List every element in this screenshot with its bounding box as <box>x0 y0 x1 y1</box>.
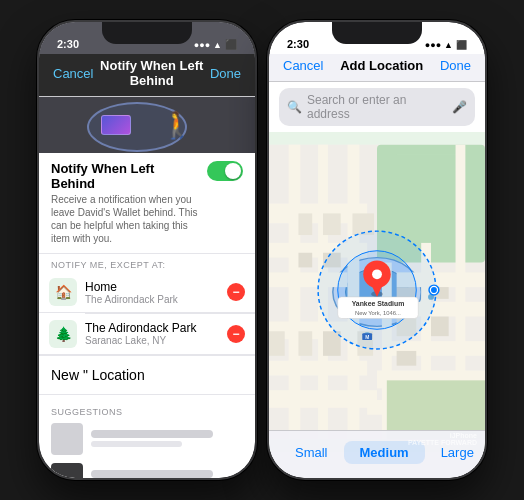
watermark: iJPhone PAYETTE FORWARD <box>408 432 477 446</box>
notify-toggle[interactable] <box>207 161 243 181</box>
right-screen: 2:30 ●●● ▲ ⬛ Cancel Add Location Done 🔍 … <box>269 22 485 478</box>
mic-icon[interactable]: 🎤 <box>452 100 467 114</box>
notify-row: Notify When Left Behind Receive a notifi… <box>39 153 255 254</box>
right-status-icons: ●●● ▲ ⬛ <box>425 40 467 50</box>
notify-title: Notify When Left Behind <box>51 161 199 191</box>
suggestions-label: SUGGESTIONS <box>39 401 255 419</box>
suggestion-item-2 <box>39 459 255 479</box>
suggestion-thumb-1 <box>51 423 83 455</box>
watermark-line1: iJPhone <box>408 432 477 439</box>
svg-text:New York, 1046...: New York, 1046... <box>355 310 401 316</box>
home-sub: The Adirondack Park <box>85 294 219 305</box>
right-status-time: 2:30 <box>287 38 309 50</box>
search-icon: 🔍 <box>287 100 302 114</box>
notify-desc: Receive a notification when you leave Da… <box>51 193 199 245</box>
park-icon: 🌲 <box>49 320 77 348</box>
right-done-button[interactable]: Done <box>440 58 471 73</box>
map-svg: M Yankee <box>269 132 485 452</box>
park-name: The Adirondack Park <box>85 321 219 335</box>
home-info: Home The Adirondack Park <box>85 280 219 305</box>
popup-content: Notify When Left Behind Receive a notifi… <box>39 153 255 478</box>
notch <box>102 22 192 44</box>
right-phone: 2:30 ●●● ▲ ⬛ Cancel Add Location Done 🔍 … <box>267 20 487 480</box>
suggestion-line2-1 <box>91 441 182 447</box>
map-container[interactable]: M Yankee <box>269 132 485 452</box>
park-sub: Saranac Lake, NY <box>85 335 219 346</box>
toggle-knob <box>225 163 241 179</box>
suggestion-line1-2 <box>91 470 213 478</box>
location-row-home: 🏠 Home The Adirondack Park − <box>39 272 255 313</box>
svg-point-49 <box>372 269 382 279</box>
suggestion-lines-2 <box>91 470 243 478</box>
size-small-button[interactable]: Small <box>279 441 344 464</box>
remove-home-button[interactable]: − <box>227 283 245 301</box>
svg-rect-23 <box>298 213 312 235</box>
left-nav-bar: Cancel Notify When Left Behind Done <box>39 54 255 97</box>
status-icons: ●●● ▲ ⬛ <box>194 39 237 50</box>
left-phone: 2:30 ●●● ▲ ⬛ Cancel Notify When Left Beh… <box>37 20 257 480</box>
suggestion-thumb-2 <box>51 463 83 479</box>
remove-park-button[interactable]: − <box>227 325 245 343</box>
svg-rect-29 <box>298 331 312 356</box>
watermark-line2: PAYETTE FORWARD <box>408 439 477 446</box>
except-at-label: NOTIFY ME, EXCEPT AT: <box>39 254 255 272</box>
svg-rect-36 <box>397 351 417 366</box>
suggestion-lines-1 <box>91 430 243 447</box>
location-row-park: 🌲 The Adirondack Park Saranac Lake, NY − <box>39 314 255 355</box>
right-nav-title: Add Location <box>323 58 439 73</box>
suggestion-item-1 <box>39 419 255 459</box>
suggestions-section: SUGGESTIONS <box>39 395 255 479</box>
suggestion-line1-1 <box>91 430 213 438</box>
left-done-button[interactable]: Done <box>210 66 241 81</box>
right-nav-bar: Cancel Add Location Done <box>269 54 485 82</box>
home-name: Home <box>85 280 219 294</box>
illustration-area: 🚶 <box>39 97 255 153</box>
left-screen: 2:30 ●●● ▲ ⬛ Cancel Notify When Left Beh… <box>39 22 255 478</box>
svg-rect-35 <box>431 317 449 337</box>
right-cancel-button[interactable]: Cancel <box>283 58 323 73</box>
person-icon: 🚶 <box>161 110 193 141</box>
location-list: 🏠 Home The Adirondack Park − 🌲 The Adiro… <box>39 272 255 355</box>
park-info: The Adirondack Park Saranac Lake, NY <box>85 321 219 346</box>
status-time: 2:30 <box>57 38 79 50</box>
svg-point-45 <box>431 287 437 293</box>
svg-rect-26 <box>298 253 312 268</box>
new-location-row[interactable]: New " Location <box>39 355 255 395</box>
svg-rect-28 <box>269 331 285 356</box>
new-location-text: New " Location <box>51 367 145 383</box>
svg-rect-17 <box>289 145 301 440</box>
left-nav-title: Notify When Left Behind <box>93 58 209 88</box>
svg-rect-3 <box>397 155 466 184</box>
svg-rect-24 <box>323 213 341 235</box>
svg-text:Yankee Stadium: Yankee Stadium <box>352 300 405 307</box>
right-notch <box>332 22 422 44</box>
search-bar[interactable]: 🔍 Search or enter an address 🎤 <box>279 88 475 126</box>
home-icon: 🏠 <box>49 278 77 306</box>
left-cancel-button[interactable]: Cancel <box>53 66 93 81</box>
notify-text-area: Notify When Left Behind Receive a notifi… <box>51 161 199 245</box>
search-input[interactable]: Search or enter an address <box>307 93 447 121</box>
wallet-card <box>101 115 131 135</box>
